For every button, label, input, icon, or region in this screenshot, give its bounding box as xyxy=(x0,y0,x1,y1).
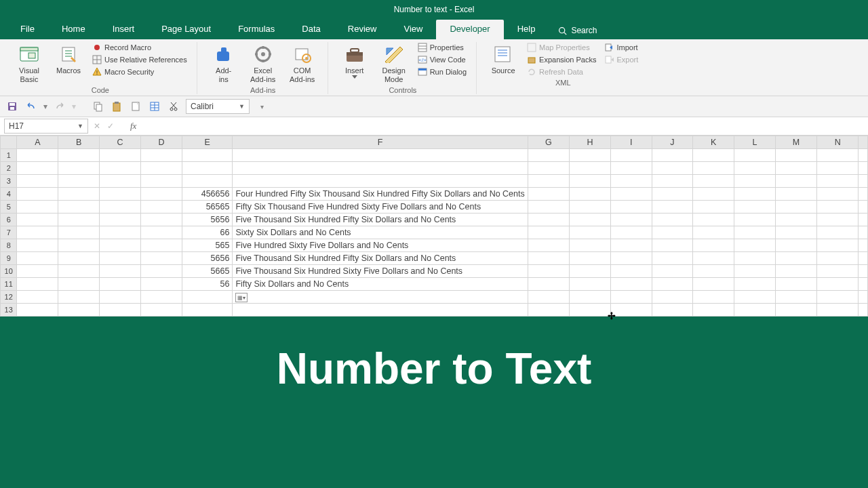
table-button[interactable] xyxy=(148,100,161,113)
cell-N3[interactable] xyxy=(817,175,859,188)
cell-H4[interactable] xyxy=(569,188,610,201)
column-header-M[interactable]: M xyxy=(775,136,816,149)
customize-qat-icon[interactable]: ▾ xyxy=(260,103,264,110)
cell-G7[interactable] xyxy=(528,226,569,239)
cell-B5[interactable] xyxy=(58,201,100,214)
cell-A7[interactable] xyxy=(17,226,58,239)
cell-E2[interactable] xyxy=(182,162,233,175)
cell-I2[interactable] xyxy=(610,162,652,175)
map-properties-button[interactable]: Map Properties xyxy=(526,42,597,53)
cell-N12[interactable] xyxy=(817,291,859,304)
fx-icon[interactable]: fx xyxy=(130,121,136,131)
cell-I1[interactable] xyxy=(610,149,652,162)
cell-D5[interactable] xyxy=(141,201,182,214)
cell-J11[interactable] xyxy=(652,278,693,291)
cell-A13[interactable] xyxy=(17,304,58,317)
cell-M8[interactable] xyxy=(775,239,816,252)
cell-F8[interactable]: Five Hundred Sixty Five Dollars and No C… xyxy=(233,239,528,252)
cell-N5[interactable] xyxy=(817,201,859,214)
record-macro-button[interactable]: Record Macro xyxy=(91,42,189,53)
cell-E3[interactable] xyxy=(182,175,233,188)
cell-J13[interactable] xyxy=(652,304,693,317)
cell-N9[interactable] xyxy=(817,252,859,265)
cell-D10[interactable] xyxy=(141,265,182,278)
source-button[interactable]: Source xyxy=(484,42,523,77)
redo-button[interactable] xyxy=(53,100,66,113)
cell-F7[interactable]: Sixty Six Dollars and No Cents xyxy=(233,226,528,239)
macros-button[interactable]: Macros xyxy=(49,42,88,77)
cell-I10[interactable] xyxy=(610,265,652,278)
cut-button[interactable] xyxy=(167,100,180,113)
cell-J7[interactable] xyxy=(652,226,693,239)
cell-C8[interactable] xyxy=(100,239,141,252)
cell-N7[interactable] xyxy=(817,226,859,239)
cell-G5[interactable] xyxy=(528,201,569,214)
cell-I12[interactable] xyxy=(610,291,652,304)
cell-G3[interactable] xyxy=(528,175,569,188)
column-header-G[interactable]: G xyxy=(528,136,569,149)
cell-M2[interactable] xyxy=(775,162,816,175)
cell-F2[interactable] xyxy=(233,162,528,175)
cell-N4[interactable] xyxy=(817,188,859,201)
cell-F9[interactable]: Five Thousand Six Hundred Fifty Six Doll… xyxy=(233,252,528,265)
cell-C6[interactable] xyxy=(100,214,141,226)
cell-N6[interactable] xyxy=(817,214,859,226)
cell-L8[interactable] xyxy=(734,239,776,252)
cell-K6[interactable] xyxy=(693,214,734,226)
cell-B4[interactable] xyxy=(58,188,100,201)
cell-L4[interactable] xyxy=(734,188,776,201)
cell-F11[interactable]: Fifty Six Dollars and No Cents xyxy=(233,278,528,291)
tab-data[interactable]: Data xyxy=(288,20,334,39)
cell-D3[interactable] xyxy=(141,175,182,188)
cell-G6[interactable] xyxy=(528,214,569,226)
row-header-4[interactable]: 4 xyxy=(1,188,17,201)
cell-L7[interactable] xyxy=(734,226,776,239)
cell-G8[interactable] xyxy=(528,239,569,252)
cell-A12[interactable] xyxy=(17,291,58,304)
cell-C1[interactable] xyxy=(100,149,141,162)
cell-G13[interactable] xyxy=(528,304,569,317)
cell-M5[interactable] xyxy=(775,201,816,214)
row-header-5[interactable]: 5 xyxy=(1,201,17,214)
column-header-A[interactable]: A xyxy=(17,136,58,149)
tab-page-layout[interactable]: Page Layout xyxy=(148,20,224,39)
cell-K4[interactable] xyxy=(693,188,734,201)
cell-D2[interactable] xyxy=(141,162,182,175)
cell-I11[interactable] xyxy=(610,278,652,291)
cell-C2[interactable] xyxy=(100,162,141,175)
row-header-10[interactable]: 10 xyxy=(1,265,17,278)
column-header-J[interactable]: J xyxy=(652,136,693,149)
cell-L10[interactable] xyxy=(734,265,776,278)
cell-I13[interactable] xyxy=(610,304,652,317)
cell-C10[interactable] xyxy=(100,265,141,278)
row-header-9[interactable]: 9 xyxy=(1,252,17,265)
cell-D6[interactable] xyxy=(141,214,182,226)
cell-N8[interactable] xyxy=(817,239,859,252)
row-header-13[interactable]: 13 xyxy=(1,304,17,317)
undo-button[interactable] xyxy=(24,100,38,113)
cell-J4[interactable] xyxy=(652,188,693,201)
cell-D11[interactable] xyxy=(141,278,182,291)
cell-D7[interactable] xyxy=(141,226,182,239)
cell-L9[interactable] xyxy=(734,252,776,265)
column-header-B[interactable]: B xyxy=(58,136,100,149)
properties-button[interactable]: Properties xyxy=(416,42,468,53)
cell-H1[interactable] xyxy=(569,149,610,162)
cell-C5[interactable] xyxy=(100,201,141,214)
cell-D12[interactable] xyxy=(141,291,182,304)
import-button[interactable]: Import xyxy=(603,42,639,53)
paste-button[interactable] xyxy=(110,100,123,113)
cell-M9[interactable] xyxy=(775,252,816,265)
cell-H13[interactable] xyxy=(569,304,610,317)
cell-B11[interactable] xyxy=(58,278,100,291)
cell-B7[interactable] xyxy=(58,226,100,239)
column-header-N[interactable]: N xyxy=(817,136,859,149)
cell-K10[interactable] xyxy=(693,265,734,278)
cell-D1[interactable] xyxy=(141,149,182,162)
cell-I6[interactable] xyxy=(610,214,652,226)
cell-K1[interactable] xyxy=(693,149,734,162)
cell-I3[interactable] xyxy=(610,175,652,188)
cell-K11[interactable] xyxy=(693,278,734,291)
cell-F5[interactable]: Fifty Six Thousand Five Hundred Sixty Fi… xyxy=(233,201,528,214)
enter-formula-icon[interactable]: ✓ xyxy=(107,121,114,131)
